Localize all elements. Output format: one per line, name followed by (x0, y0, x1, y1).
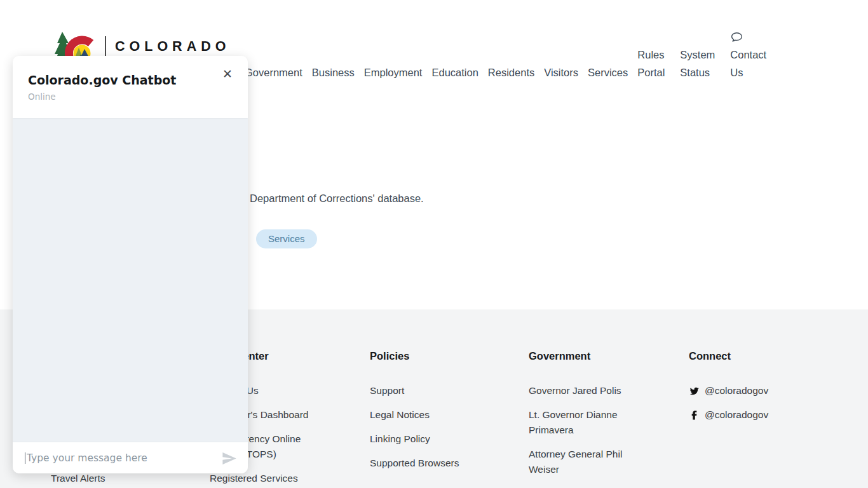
chatbot-close-icon[interactable]: ✕ (222, 68, 233, 80)
chatbot-header: Colorado.gov Chatbot Online ✕ (13, 56, 248, 118)
contact-us-label: Contact Us (730, 46, 775, 81)
footer-link-attorney-general[interactable]: Attorney General Phil Weiser (529, 447, 634, 477)
send-icon (220, 450, 238, 467)
footer-link-linking-policy[interactable]: Linking Policy (370, 431, 484, 447)
page-description: Department of Corrections' database. (250, 193, 424, 205)
primary-nav: Government Business Employment Education… (245, 25, 775, 81)
chatbot-message-input[interactable] (27, 452, 215, 464)
footer-link-governor[interactable]: Governor Jared Polis (529, 383, 634, 398)
footer-link-supported-browsers[interactable]: Supported Browsers (370, 456, 484, 471)
chatbot-panel: Colorado.gov Chatbot Online ✕ (13, 56, 248, 473)
nav-item-education[interactable]: Education (431, 64, 478, 81)
footer-heading-connect: Connect (689, 349, 816, 363)
wordmark: COLORADO (115, 39, 230, 55)
chatbot-input-bar (13, 442, 248, 473)
text-caret (25, 452, 25, 464)
services-tag[interactable]: Services (256, 229, 317, 248)
footer-link-lt-governor[interactable]: Lt. Governor Dianne Primavera (529, 407, 634, 438)
nav-item-contact-us[interactable]: Contact Us (730, 30, 775, 81)
nav-item-rules-portal[interactable]: Rules Portal (637, 46, 670, 81)
nav-item-residents[interactable]: Residents (488, 64, 534, 81)
footer-heading-government: Government (529, 349, 634, 363)
facebook-icon (689, 410, 700, 421)
twitter-icon (689, 386, 700, 396)
send-message-button[interactable] (220, 450, 238, 467)
footer-link-facebook[interactable]: @coloradogov (689, 407, 816, 423)
nav-item-government[interactable]: Government (245, 64, 302, 81)
footer-column-government: Government Governor Jared Polis Lt. Gove… (529, 349, 634, 486)
nav-item-services[interactable]: Services (588, 64, 628, 81)
chatbot-status: Online (28, 92, 233, 102)
page: COLORADO Government Business Employment … (0, 0, 868, 488)
footer-column-connect: Connect @coloradogov @coloradogov (689, 349, 816, 431)
footer-heading-policies: Policies (370, 349, 484, 363)
nav-item-employment[interactable]: Employment (364, 64, 423, 81)
footer-link-twitter[interactable]: @coloradogov (689, 383, 816, 398)
chatbot-message-area (13, 118, 248, 442)
facebook-handle: @coloradogov (705, 407, 768, 423)
nav-item-system-status[interactable]: System Status (680, 46, 721, 81)
nav-item-business[interactable]: Business (312, 64, 355, 81)
footer-link-legal-notices[interactable]: Legal Notices (370, 407, 484, 423)
chatbot-title: Colorado.gov Chatbot (28, 72, 233, 88)
nav-item-visitors[interactable]: Visitors (544, 64, 578, 81)
footer-link-support[interactable]: Support (370, 383, 484, 398)
footer-column-policies: Policies Support Legal Notices Linking P… (370, 349, 484, 480)
chat-bubble-icon (730, 30, 743, 44)
twitter-handle: @coloradogov (705, 383, 768, 398)
